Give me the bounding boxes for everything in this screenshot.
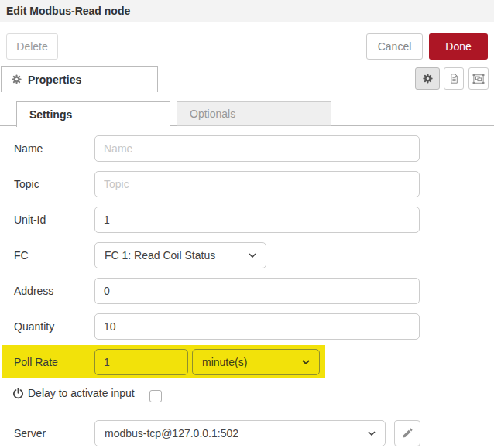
quantity-input[interactable] [94, 313, 420, 340]
poll-rate-unit-select[interactable]: minute(s) [192, 349, 320, 375]
document-icon [449, 73, 459, 84]
tab-settings[interactable]: Settings [16, 101, 170, 127]
edit-node-dialog: Edit Modbus-Read node Delete Cancel Done… [0, 0, 494, 448]
topic-label: Topic [14, 171, 91, 197]
server-select-value: modbus-tcp@127.0.0.1:502 [105, 427, 238, 439]
address-input[interactable] [94, 278, 420, 304]
name-label: Name [14, 135, 91, 162]
tab-properties-label: Properties [28, 74, 81, 86]
appearance-pane-button[interactable] [468, 67, 489, 90]
chevron-down-icon [368, 431, 376, 436]
server-label: Server [14, 420, 91, 446]
pencil-icon [402, 428, 413, 439]
topic-input[interactable] [94, 171, 420, 197]
address-label: Address [14, 278, 91, 304]
dialog-title: Edit Modbus-Read node [6, 5, 130, 17]
gear-icon [423, 74, 433, 84]
name-input[interactable] [94, 135, 420, 162]
poll-rate-label: Poll Rate [14, 349, 91, 375]
delete-button[interactable]: Delete [6, 33, 58, 60]
description-pane-button[interactable] [444, 67, 464, 90]
chevron-down-icon [302, 360, 310, 364]
fc-select[interactable]: FC 1: Read Coil Status [94, 242, 266, 268]
delay-activate-checkbox[interactable] [149, 390, 162, 402]
gear-icon [12, 74, 22, 84]
properties-pane-button[interactable] [415, 67, 440, 90]
edit-server-button[interactable] [394, 420, 420, 446]
tab-optionals[interactable]: Optionals [177, 101, 331, 126]
object-group-icon [472, 74, 485, 84]
poll-rate-input[interactable] [94, 349, 188, 375]
delay-activate-label: Delay to activate input [28, 382, 135, 404]
dialog-header: Edit Modbus-Read node [0, 0, 494, 22]
fc-select-value: FC 1: Read Coil Status [105, 249, 215, 262]
tab-settings-label: Settings [29, 108, 72, 121]
fc-label: FC [14, 242, 91, 268]
tab-properties[interactable]: Properties [1, 66, 158, 92]
power-icon [12, 388, 24, 399]
unit-id-label: Unit-Id [14, 207, 91, 233]
chevron-down-icon [249, 253, 256, 258]
unit-id-input[interactable] [94, 207, 420, 233]
cancel-button[interactable]: Cancel [366, 33, 423, 60]
tab-optionals-label: Optionals [190, 108, 235, 120]
quantity-label: Quantity [14, 313, 91, 340]
server-select[interactable]: modbus-tcp@127.0.0.1:502 [94, 420, 386, 446]
done-button[interactable]: Done [429, 33, 488, 60]
poll-rate-unit-value: minute(s) [202, 356, 247, 368]
